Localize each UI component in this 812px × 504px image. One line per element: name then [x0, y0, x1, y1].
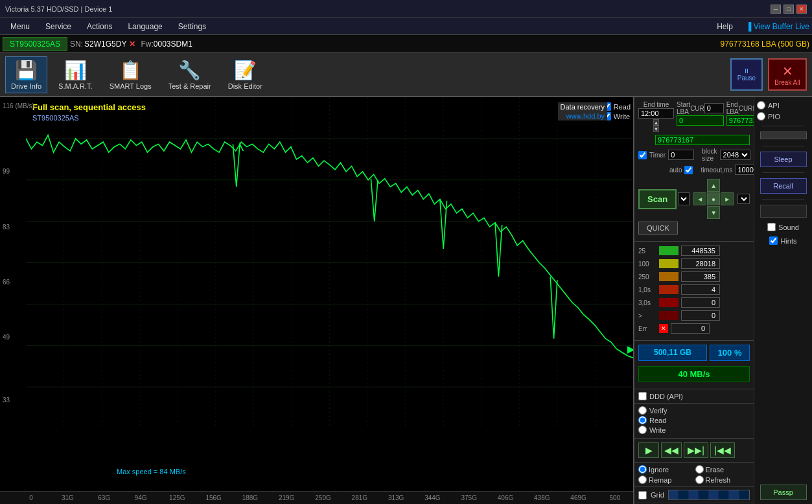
read-radio[interactable]	[638, 416, 647, 424]
menu-actions[interactable]: Actions	[79, 20, 120, 33]
time-down-button[interactable]: ▼	[653, 126, 660, 132]
scan-button[interactable]: Scan	[638, 189, 677, 209]
skip-fwd-button[interactable]: ▶▶|	[684, 442, 708, 458]
test-repair-button[interactable]: 🔧 Test & Repair	[163, 56, 217, 93]
pause-button[interactable]: ⏸ Pause	[730, 58, 763, 91]
disk-editor-icon: 📝	[234, 60, 257, 81]
sound-checkbox[interactable]	[767, 223, 776, 231]
action-section: Ignore Erase Remap Refresh	[634, 463, 754, 487]
cur-value-input[interactable]	[704, 103, 724, 113]
sleep-button[interactable]: Sleep	[760, 152, 807, 167]
x-label-94g: 94G	[122, 494, 159, 501]
disk-editor-button[interactable]: 📝 Disk Editor	[222, 56, 268, 93]
disk-editor-label: Disk Editor	[228, 82, 262, 90]
timer-input[interactable]	[668, 150, 694, 160]
stats-section: 25 448535 100 28018 250 385 1,0s 4 3,0s	[634, 242, 754, 341]
end-lba-display[interactable]	[655, 135, 750, 145]
end-time-group: End time ▲ ▼	[638, 101, 674, 132]
remap-item: Remap	[638, 475, 693, 484]
break-all-button[interactable]: ✕ Break All	[768, 58, 807, 91]
end-time-input[interactable]	[638, 108, 674, 119]
api-radio[interactable]	[757, 101, 765, 109]
block-size-select[interactable]: 2048 512 1024 4096	[720, 150, 750, 160]
erase-radio[interactable]	[695, 465, 704, 474]
maximize-button[interactable]: □	[783, 5, 794, 14]
total-size-box: 500,11 GB	[638, 345, 707, 361]
divider-2	[762, 146, 804, 146]
sound-label: Sound	[778, 223, 799, 231]
chart-svg: ▶	[26, 97, 633, 428]
fw-label: Fw:	[141, 40, 153, 49]
auto-label: auto	[669, 166, 682, 174]
read-label: Read	[649, 417, 666, 424]
dpad-up[interactable]: ▲	[707, 179, 720, 192]
ignore-radio[interactable]	[638, 465, 647, 474]
y-label-83: 83	[3, 223, 10, 231]
recall-button[interactable]: Recall	[760, 178, 807, 194]
sn-value: S2W1G5DY	[84, 40, 126, 49]
dpad-left[interactable]: ◄	[693, 192, 706, 205]
remap-radio[interactable]	[638, 475, 647, 484]
skip-end-button[interactable]: |◀◀	[710, 442, 735, 458]
x-label-344g: 344G	[414, 494, 450, 501]
ddd-api-checkbox[interactable]	[638, 392, 647, 400]
hints-label: Hints	[780, 237, 796, 245]
menu-settings[interactable]: Settings	[170, 20, 214, 33]
play-button[interactable]: ▶	[638, 442, 659, 458]
help-button[interactable]: Help	[709, 20, 741, 33]
drive-info-button[interactable]: 💾 Drive Info	[5, 56, 47, 93]
grid-cell-4	[699, 490, 709, 499]
drive-close[interactable]: ✕	[129, 40, 135, 49]
rewind-button[interactable]: ◀◀	[661, 442, 682, 458]
start-lba-input[interactable]	[677, 115, 724, 126]
ddd-api-label: DDD (API)	[649, 393, 683, 400]
view-buffer-button[interactable]: ▐ View Buffer Live	[746, 22, 809, 31]
verify-radio[interactable]	[638, 406, 647, 415]
end-time-label: End time	[644, 101, 669, 108]
hints-checkbox[interactable]	[769, 236, 778, 245]
passp-button[interactable]: Passp	[760, 485, 807, 500]
count-err: 0	[671, 323, 710, 334]
smart-logs-button[interactable]: 📋 SMART Logs	[104, 56, 157, 93]
dpad-center[interactable]: ●	[707, 192, 720, 205]
menu-language[interactable]: Language	[120, 20, 170, 33]
menu-menu[interactable]: Menu	[3, 20, 38, 33]
x-label-0: 0	[13, 494, 49, 501]
x-axis: 0 31G 63G 94G 125G 156G 188G 219G 250G 2…	[0, 491, 633, 504]
eot-select[interactable]: End of test Loop Stop	[737, 194, 750, 204]
badge-100	[659, 259, 679, 268]
refresh-label: Refresh	[706, 476, 731, 484]
label-250: 250	[638, 273, 656, 281]
close-button[interactable]: ✕	[796, 5, 807, 14]
auto-checkbox[interactable]	[684, 166, 693, 174]
grid-checkbox[interactable]	[638, 491, 647, 499]
x-label-63g: 63G	[86, 494, 122, 501]
label-gt: >	[638, 312, 656, 319]
dpad-right[interactable]: ►	[721, 192, 734, 205]
smart-button[interactable]: 📊 S.M.A.R.T.	[52, 56, 99, 93]
divider-3	[762, 172, 804, 173]
timer-checkbox[interactable]	[638, 151, 647, 159]
quick-button[interactable]: QUICK	[638, 222, 678, 235]
x-label-469g: 469G	[560, 494, 596, 501]
stat-row-gt: > 0	[638, 310, 750, 321]
grid-cell-1	[669, 490, 679, 499]
pio-radio[interactable]	[757, 112, 765, 120]
progress-value: 100	[718, 348, 732, 358]
count-25: 448535	[681, 246, 720, 256]
refresh-radio[interactable]	[695, 475, 704, 484]
api-mode: API	[757, 101, 809, 109]
drive-name[interactable]: ST9500325AS	[3, 37, 67, 51]
badge-gt	[659, 311, 679, 320]
y-label-49: 49	[3, 334, 10, 341]
scan-dropdown[interactable]: ▼	[678, 192, 690, 205]
dpad-down[interactable]: ▼	[707, 206, 720, 219]
pause-icon: ⏸	[743, 67, 750, 74]
x-label-125g: 125G	[159, 494, 195, 501]
minimize-button[interactable]: ─	[771, 5, 781, 14]
pio-label: PIO	[768, 113, 780, 120]
time-up-button[interactable]: ▲	[653, 119, 660, 126]
menu-service[interactable]: Service	[38, 20, 79, 33]
label-err: Err	[638, 325, 656, 332]
write-radio[interactable]	[638, 426, 647, 434]
